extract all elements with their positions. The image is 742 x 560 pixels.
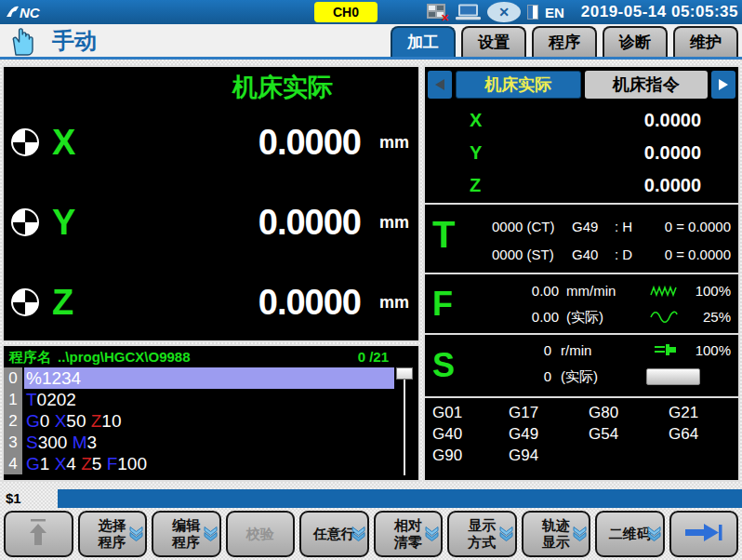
softkey-relative-clear[interactable]: 相对清零 <box>374 511 444 557</box>
axis-value: 0.0000 <box>258 203 361 243</box>
tab-diagnosis[interactable]: 诊断 <box>603 26 668 57</box>
coord-row-x: X 0.0000 <box>425 104 738 137</box>
tool-number: 0000 (ST) <box>492 247 554 262</box>
softkey-display-mode[interactable]: 显示方式 <box>447 511 517 557</box>
machine-actual-panel: 机床实际 X 0.0000 mm Y 0.0000 mm Z 0.0000 mm <box>2 65 420 342</box>
comp-value: 0 = 0.0000 <box>665 247 731 262</box>
program-line-0[interactable]: 0%1234 <box>4 367 418 389</box>
program-line-1[interactable]: 1T0202 <box>4 389 418 410</box>
chevron-down-icon <box>351 527 365 542</box>
feed-row-actual: 0.00 (实际) 25% <box>425 305 738 329</box>
program-lines: 0%12341T02022G0 X50 Z103S300 M34G1 X4 Z5… <box>4 367 418 474</box>
coord-row-y: Y 0.0000 <box>425 137 738 169</box>
coord-value: 0.0000 <box>644 175 701 196</box>
machine-zero-icon <box>11 128 39 156</box>
manual-mode-hand-icon <box>8 25 38 60</box>
axis-unit: mm <box>379 293 409 313</box>
softkey-select-program[interactable]: 选择程序 <box>78 511 148 557</box>
gcode-cell: G01 <box>432 402 509 423</box>
channel-badge[interactable]: CH0 <box>314 2 378 22</box>
softkey-menu-up <box>4 511 73 557</box>
tab-machine-actual[interactable]: 机床实际 <box>456 71 581 99</box>
prev-view-button[interactable] <box>428 71 452 99</box>
spindle-row-set: 0 r/min 100% <box>425 339 738 363</box>
axis-unit: mm <box>379 213 409 233</box>
section-divider <box>425 396 738 398</box>
axis-value: 0.0000 <box>258 283 361 323</box>
softkey-label: 编辑程序 <box>172 517 200 551</box>
coord-row-z: Z 0.0000 <box>425 169 738 202</box>
softkey-label: 轨迹显示 <box>542 517 570 551</box>
comp-gcode: G40 <box>572 247 598 262</box>
program-line-counter: 0 /21 <box>358 349 389 365</box>
mode-label: 手动 <box>52 26 97 56</box>
svg-text:✕: ✕ <box>441 12 449 21</box>
ime-icon[interactable] <box>527 5 538 20</box>
coord-value: 0.0000 <box>644 110 701 131</box>
rapid-override: 25% <box>686 309 731 325</box>
spindle-value: 0 <box>505 342 551 358</box>
tab-program[interactable]: 程序 <box>532 26 597 57</box>
line-number: 3 <box>4 432 22 453</box>
line-code: S300 M3 <box>24 432 394 453</box>
close-icon[interactable]: ✕ <box>487 2 521 22</box>
tab-machine-command[interactable]: 机床指令 <box>585 71 709 99</box>
tab-underline <box>0 57 742 60</box>
softkey-bar: 选择程序编辑程序校验任意行相对清零显示方式轨迹显示二维码 <box>4 511 738 557</box>
program-header: 程序名 ..\prog\HGCX\O9988 0 /21 <box>4 347 418 367</box>
machine-status-icon[interactable]: ✕ <box>426 3 449 21</box>
tab-settings[interactable]: 设置 <box>461 26 526 57</box>
channel-label: $1 <box>6 490 21 506</box>
feed-zigzag-icon <box>650 285 678 300</box>
message-bar[interactable] <box>58 489 742 508</box>
axis-name: X <box>52 123 75 163</box>
softkey-edit-program[interactable]: 编辑程序 <box>152 511 221 557</box>
scrollbar-track[interactable] <box>404 378 405 475</box>
softkey-any-line[interactable]: 任意行 <box>299 511 369 557</box>
program-line-3[interactable]: 3S300 M3 <box>4 432 418 453</box>
gcode-cell: G94 <box>509 445 589 466</box>
status-panel: 机床实际 机床指令 X 0.0000 Y 0.0000 Z 0.0000 T <box>423 65 740 482</box>
softkey-label: 相对清零 <box>394 517 422 551</box>
softkey-trace-display[interactable]: 轨迹显示 <box>522 511 591 557</box>
language-indicator[interactable]: EN <box>545 5 564 20</box>
spindle-unit: (实际) <box>561 368 598 386</box>
tab-machining[interactable]: 加工 <box>391 26 456 57</box>
coord-name: Z <box>470 175 481 196</box>
remote-monitor-icon[interactable] <box>456 4 481 20</box>
feed-value: 0.00 <box>505 283 559 299</box>
section-divider <box>425 333 738 335</box>
softkey-next-menu[interactable] <box>669 511 739 557</box>
line-code: %1234 <box>24 367 394 389</box>
up-arrow-icon <box>24 516 52 552</box>
comp-gcode: G49 <box>572 219 598 234</box>
line-number: 2 <box>4 410 22 432</box>
feed-wave-icon <box>650 311 678 327</box>
chevron-down-icon <box>499 527 513 542</box>
panel-title: 机床实际 <box>232 71 333 104</box>
softkey-label: 校验 <box>246 526 274 542</box>
line-number: 1 <box>4 389 22 410</box>
program-line-2[interactable]: 2G0 X50 Z10 <box>4 410 418 432</box>
gcode-cell: G54 <box>589 423 669 445</box>
section-divider <box>425 273 738 274</box>
tab-maintenance[interactable]: 维护 <box>673 26 738 57</box>
axis-value: 0.0000 <box>258 123 361 163</box>
feed-value: 0.00 <box>505 309 559 325</box>
gcode-cell: G21 <box>669 402 730 423</box>
comp-register: : D <box>615 247 632 262</box>
svg-text:NC: NC <box>20 5 41 20</box>
spindle-override: 100% <box>686 342 731 358</box>
tool-row-ct: 0000 (CT) G49 : H 0 = 0.0000 <box>425 215 738 239</box>
gcode-cell: G80 <box>589 402 669 423</box>
spindle-load-bar <box>646 368 700 385</box>
next-view-button[interactable] <box>711 71 735 99</box>
mode-bar: 手动 加工 设置 程序 诊断 维护 <box>0 24 742 57</box>
program-line-4[interactable]: 4G1 X4 Z5 F100 <box>4 453 418 474</box>
line-number: 0 <box>4 367 22 389</box>
scrollbar-thumb[interactable] <box>396 367 413 380</box>
chevron-down-icon <box>573 527 587 542</box>
program-path: ..\prog\HGCX\O9988 <box>58 349 191 365</box>
softkey-qr-code[interactable]: 二维码 <box>595 511 665 557</box>
program-scrollbar[interactable] <box>396 367 413 477</box>
